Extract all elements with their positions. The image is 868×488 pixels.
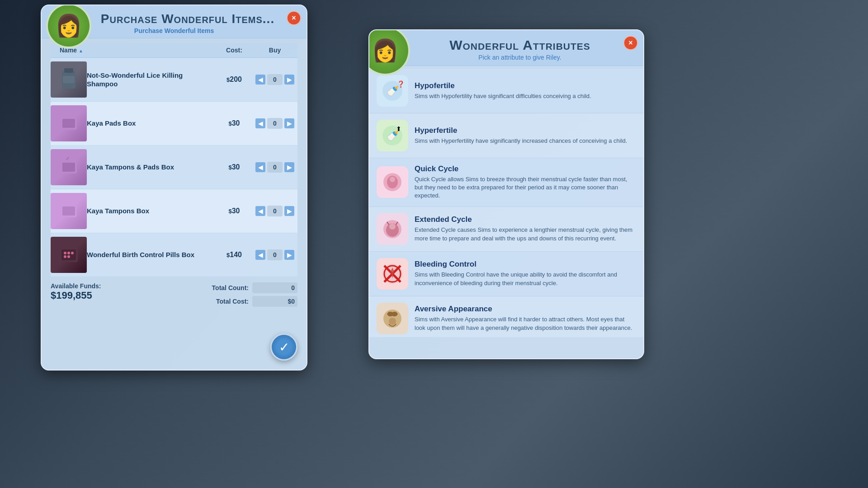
stepper-val-0: 0 (267, 74, 283, 85)
item-cost-1: $30 (216, 119, 252, 127)
attr-icon-quick-cycle (377, 166, 408, 198)
purchase-dialog-title: Purchase Wonderful Items... (101, 12, 274, 26)
attr-desc-bleeding-control: Sims with Bleeding Control have the uniq… (415, 271, 636, 287)
attr-icon-aversive (377, 303, 408, 334)
available-funds-value: $199,855 (51, 290, 101, 301)
stepper-val-2: 0 (267, 162, 283, 173)
decrement-btn-4[interactable]: ◀ (255, 250, 265, 260)
increment-btn-3[interactable]: ▶ (284, 206, 294, 216)
item-image-shampoo (51, 61, 87, 98)
svg-point-15 (64, 255, 66, 258)
decrement-btn-3[interactable]: ◀ (255, 206, 265, 216)
purchase-table-header: Name ▲ Cost: Buy (51, 43, 297, 58)
table-row: Kaya Tampons Box $30 ◀ 0 ▶ (51, 189, 297, 233)
svg-rect-4 (62, 119, 75, 128)
stepper-val-4: 0 (267, 249, 283, 260)
item-cost-3: $30 (216, 207, 252, 215)
attr-name-extended-cycle: Extended Cycle (415, 215, 636, 224)
sort-arrow-icon[interactable]: ▲ (79, 48, 83, 53)
item-cost-0: $200 (216, 75, 252, 84)
svg-point-14 (71, 252, 74, 254)
svg-point-36 (389, 318, 396, 325)
col-name-header: Name ▲ (51, 47, 216, 54)
attr-desc-hyperfertile: Sims with Hyperfertility have significan… (415, 137, 636, 145)
attr-icon-bleeding-control (377, 258, 408, 290)
attr-avatar-icon: 👩 (372, 38, 399, 63)
funds-section: Available Funds: $199,855 (51, 282, 101, 301)
attr-text-bleeding-control: Bleeding Control Sims with Bleeding Cont… (415, 260, 636, 287)
attr-text-hyperfertile: Hyperfertile Sims with Hyperfertility ha… (415, 126, 636, 145)
purchase-close-button[interactable]: × (287, 11, 301, 25)
list-item[interactable]: 🍼 ⬆ Hyperfertile Sims with Hyperfertilit… (369, 113, 643, 158)
confirm-button[interactable]: ✓ (270, 333, 297, 361)
purchase-dialog: 👩 Purchase Wonderful Items... Purchase W… (41, 5, 307, 371)
table-row: Kaya Tampons & Pads Box $30 ◀ 0 ▶ (51, 145, 297, 189)
item-buy-4: ◀ 0 ▶ (252, 249, 297, 260)
attributes-list: 🍼 ❓ Hypofertile Sims with Hypofertility … (369, 66, 643, 337)
svg-rect-9 (62, 206, 75, 216)
increment-btn-1[interactable]: ▶ (284, 118, 294, 128)
table-row: Kaya Pads Box $30 ◀ 0 ▶ (51, 102, 297, 145)
attr-name-bleeding-control: Bleeding Control (415, 260, 636, 269)
item-name-4: Wonderful Birth Control Pills Box (87, 250, 216, 259)
svg-point-28 (389, 223, 396, 230)
increment-btn-0[interactable]: ▶ (284, 75, 294, 84)
total-cost-value: $0 (252, 296, 297, 307)
item-image-tampons-pads (51, 149, 87, 185)
attr-name-hyperfertile: Hyperfertile (415, 126, 636, 135)
svg-point-12 (64, 252, 66, 254)
purchase-avatar: 👩 (46, 5, 91, 48)
attr-desc-quick-cycle: Quick Cycle allows Sims to breeze throug… (415, 175, 636, 200)
item-name-2: Kaya Tampons & Pads Box (87, 163, 216, 172)
increment-btn-4[interactable]: ▶ (284, 250, 294, 260)
svg-point-13 (67, 252, 70, 254)
attr-name-hypofertile: Hypofertile (415, 81, 636, 90)
stepper-val-3: 0 (267, 206, 283, 216)
total-count-row: Total Count: 0 (199, 282, 297, 293)
item-name-1: Kaya Pads Box (87, 119, 216, 128)
total-cost-label: Total Cost: (199, 298, 249, 305)
attr-text-extended-cycle: Extended Cycle Extended Cycle causes Sim… (415, 215, 636, 242)
svg-point-25 (390, 177, 395, 182)
item-name-0: Not-So-Wonderful Lice Killing Shampoo (87, 71, 216, 89)
purchase-item-list: Not-So-Wonderful Lice Killing Shampoo $2… (51, 58, 297, 277)
total-cost-row: Total Cost: $0 (199, 296, 297, 307)
total-count-value: 0 (252, 282, 297, 293)
col-cost-header: Cost: (216, 47, 252, 54)
totals-section: Total Count: 0 Total Cost: $0 (199, 282, 297, 307)
decrement-btn-1[interactable]: ◀ (255, 118, 265, 128)
list-item[interactable]: Aversive Appearance Sims with Aversive A… (369, 296, 643, 337)
table-row: Wonderful Birth Control Pills Box $140 ◀… (51, 233, 297, 277)
item-cost-4: $140 (216, 251, 252, 259)
svg-text:⬆: ⬆ (396, 125, 401, 132)
svg-point-16 (67, 255, 70, 258)
list-item[interactable]: 🍼 ❓ Hypofertile Sims with Hypofertility … (369, 69, 643, 113)
list-item[interactable]: Quick Cycle Quick Cycle allows Sims to b… (369, 158, 643, 207)
available-funds-label: Available Funds: (51, 282, 101, 290)
purchase-dialog-subtitle: Purchase Wonderful Items (134, 27, 214, 34)
item-name-3: Kaya Tampons Box (87, 206, 216, 216)
item-image-pads (51, 105, 87, 141)
attr-text-quick-cycle: Quick Cycle Quick Cycle allows Sims to b… (415, 164, 636, 200)
attr-desc-extended-cycle: Extended Cycle causes Sims to experience… (415, 226, 636, 242)
attributes-dialog: 👩 Wonderful Attributes Pick an attribute… (368, 29, 644, 359)
svg-line-7 (66, 157, 69, 160)
item-cost-2: $30 (216, 163, 252, 171)
total-count-label: Total Count: (199, 284, 249, 291)
attributes-dialog-subtitle: Pick an attribute to give Riley. (478, 54, 561, 61)
list-item[interactable]: Extended Cycle Extended Cycle causes Sim… (369, 207, 643, 252)
decrement-btn-2[interactable]: ◀ (255, 162, 265, 172)
increment-btn-2[interactable]: ▶ (284, 162, 294, 172)
attr-icon-hypofertile: 🍼 ❓ (377, 75, 408, 107)
list-item[interactable]: Bleeding Control Sims with Bleeding Cont… (369, 252, 643, 296)
attributes-close-button[interactable]: × (623, 36, 638, 50)
svg-text:❓: ❓ (397, 80, 405, 88)
item-buy-2: ◀ 0 ▶ (252, 162, 297, 173)
decrement-btn-0[interactable]: ◀ (255, 75, 265, 84)
item-buy-0: ◀ 0 ▶ (252, 74, 297, 85)
svg-rect-11 (61, 249, 76, 260)
attributes-dialog-title: Wonderful Attributes (449, 38, 590, 53)
col-buy-header: Buy (252, 47, 297, 54)
svg-rect-1 (64, 68, 73, 73)
attributes-dialog-header: 👩 Wonderful Attributes Pick an attribute… (369, 30, 643, 66)
